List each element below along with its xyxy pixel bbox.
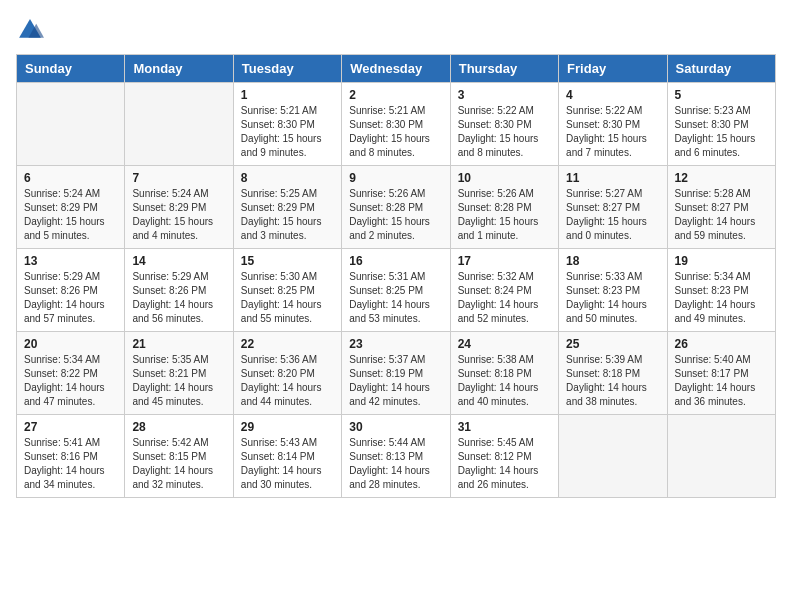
- day-number: 30: [349, 420, 442, 434]
- calendar-table: SundayMondayTuesdayWednesdayThursdayFrid…: [16, 54, 776, 498]
- calendar-cell: 28Sunrise: 5:42 AM Sunset: 8:15 PM Dayli…: [125, 415, 233, 498]
- day-number: 20: [24, 337, 117, 351]
- logo-icon: [16, 16, 44, 44]
- day-info: Sunrise: 5:38 AM Sunset: 8:18 PM Dayligh…: [458, 353, 551, 409]
- day-info: Sunrise: 5:30 AM Sunset: 8:25 PM Dayligh…: [241, 270, 334, 326]
- day-number: 18: [566, 254, 659, 268]
- calendar-cell: 13Sunrise: 5:29 AM Sunset: 8:26 PM Dayli…: [17, 249, 125, 332]
- day-info: Sunrise: 5:43 AM Sunset: 8:14 PM Dayligh…: [241, 436, 334, 492]
- day-info: Sunrise: 5:39 AM Sunset: 8:18 PM Dayligh…: [566, 353, 659, 409]
- day-number: 22: [241, 337, 334, 351]
- calendar-cell: 12Sunrise: 5:28 AM Sunset: 8:27 PM Dayli…: [667, 166, 775, 249]
- calendar-cell: 4Sunrise: 5:22 AM Sunset: 8:30 PM Daylig…: [559, 83, 667, 166]
- calendar-cell: 26Sunrise: 5:40 AM Sunset: 8:17 PM Dayli…: [667, 332, 775, 415]
- day-info: Sunrise: 5:23 AM Sunset: 8:30 PM Dayligh…: [675, 104, 768, 160]
- day-number: 21: [132, 337, 225, 351]
- day-number: 14: [132, 254, 225, 268]
- calendar-cell: 6Sunrise: 5:24 AM Sunset: 8:29 PM Daylig…: [17, 166, 125, 249]
- day-number: 3: [458, 88, 551, 102]
- weekday-header: Sunday: [17, 55, 125, 83]
- day-number: 25: [566, 337, 659, 351]
- calendar-cell: 14Sunrise: 5:29 AM Sunset: 8:26 PM Dayli…: [125, 249, 233, 332]
- calendar-cell: 22Sunrise: 5:36 AM Sunset: 8:20 PM Dayli…: [233, 332, 341, 415]
- day-info: Sunrise: 5:42 AM Sunset: 8:15 PM Dayligh…: [132, 436, 225, 492]
- calendar-cell: 2Sunrise: 5:21 AM Sunset: 8:30 PM Daylig…: [342, 83, 450, 166]
- day-info: Sunrise: 5:26 AM Sunset: 8:28 PM Dayligh…: [458, 187, 551, 243]
- calendar-cell: 5Sunrise: 5:23 AM Sunset: 8:30 PM Daylig…: [667, 83, 775, 166]
- day-number: 13: [24, 254, 117, 268]
- day-number: 19: [675, 254, 768, 268]
- weekday-header: Saturday: [667, 55, 775, 83]
- calendar-cell: 15Sunrise: 5:30 AM Sunset: 8:25 PM Dayli…: [233, 249, 341, 332]
- calendar-cell: 17Sunrise: 5:32 AM Sunset: 8:24 PM Dayli…: [450, 249, 558, 332]
- day-number: 15: [241, 254, 334, 268]
- calendar-cell: 30Sunrise: 5:44 AM Sunset: 8:13 PM Dayli…: [342, 415, 450, 498]
- calendar-cell: 16Sunrise: 5:31 AM Sunset: 8:25 PM Dayli…: [342, 249, 450, 332]
- day-info: Sunrise: 5:45 AM Sunset: 8:12 PM Dayligh…: [458, 436, 551, 492]
- day-info: Sunrise: 5:22 AM Sunset: 8:30 PM Dayligh…: [458, 104, 551, 160]
- day-info: Sunrise: 5:34 AM Sunset: 8:23 PM Dayligh…: [675, 270, 768, 326]
- day-number: 1: [241, 88, 334, 102]
- calendar-week-row: 13Sunrise: 5:29 AM Sunset: 8:26 PM Dayli…: [17, 249, 776, 332]
- day-info: Sunrise: 5:32 AM Sunset: 8:24 PM Dayligh…: [458, 270, 551, 326]
- day-info: Sunrise: 5:37 AM Sunset: 8:19 PM Dayligh…: [349, 353, 442, 409]
- calendar-cell: 10Sunrise: 5:26 AM Sunset: 8:28 PM Dayli…: [450, 166, 558, 249]
- calendar-cell: 3Sunrise: 5:22 AM Sunset: 8:30 PM Daylig…: [450, 83, 558, 166]
- day-info: Sunrise: 5:22 AM Sunset: 8:30 PM Dayligh…: [566, 104, 659, 160]
- calendar-cell: 24Sunrise: 5:38 AM Sunset: 8:18 PM Dayli…: [450, 332, 558, 415]
- day-info: Sunrise: 5:29 AM Sunset: 8:26 PM Dayligh…: [24, 270, 117, 326]
- day-number: 2: [349, 88, 442, 102]
- calendar-cell: 9Sunrise: 5:26 AM Sunset: 8:28 PM Daylig…: [342, 166, 450, 249]
- weekday-header: Monday: [125, 55, 233, 83]
- day-number: 8: [241, 171, 334, 185]
- calendar-cell: 8Sunrise: 5:25 AM Sunset: 8:29 PM Daylig…: [233, 166, 341, 249]
- day-number: 9: [349, 171, 442, 185]
- calendar-cell: [125, 83, 233, 166]
- day-number: 6: [24, 171, 117, 185]
- logo: [16, 16, 50, 44]
- day-number: 31: [458, 420, 551, 434]
- calendar-week-row: 1Sunrise: 5:21 AM Sunset: 8:30 PM Daylig…: [17, 83, 776, 166]
- calendar-cell: 18Sunrise: 5:33 AM Sunset: 8:23 PM Dayli…: [559, 249, 667, 332]
- day-info: Sunrise: 5:35 AM Sunset: 8:21 PM Dayligh…: [132, 353, 225, 409]
- day-info: Sunrise: 5:44 AM Sunset: 8:13 PM Dayligh…: [349, 436, 442, 492]
- calendar-cell: 25Sunrise: 5:39 AM Sunset: 8:18 PM Dayli…: [559, 332, 667, 415]
- day-number: 28: [132, 420, 225, 434]
- calendar-week-row: 6Sunrise: 5:24 AM Sunset: 8:29 PM Daylig…: [17, 166, 776, 249]
- day-number: 23: [349, 337, 442, 351]
- weekday-header: Friday: [559, 55, 667, 83]
- day-number: 29: [241, 420, 334, 434]
- calendar-cell: 11Sunrise: 5:27 AM Sunset: 8:27 PM Dayli…: [559, 166, 667, 249]
- calendar-cell: 27Sunrise: 5:41 AM Sunset: 8:16 PM Dayli…: [17, 415, 125, 498]
- page-header: [16, 16, 776, 44]
- calendar-cell: 19Sunrise: 5:34 AM Sunset: 8:23 PM Dayli…: [667, 249, 775, 332]
- day-info: Sunrise: 5:29 AM Sunset: 8:26 PM Dayligh…: [132, 270, 225, 326]
- weekday-header: Thursday: [450, 55, 558, 83]
- weekday-header: Wednesday: [342, 55, 450, 83]
- day-number: 26: [675, 337, 768, 351]
- day-number: 10: [458, 171, 551, 185]
- calendar-header-row: SundayMondayTuesdayWednesdayThursdayFrid…: [17, 55, 776, 83]
- calendar-cell: 1Sunrise: 5:21 AM Sunset: 8:30 PM Daylig…: [233, 83, 341, 166]
- calendar-cell: 7Sunrise: 5:24 AM Sunset: 8:29 PM Daylig…: [125, 166, 233, 249]
- day-info: Sunrise: 5:24 AM Sunset: 8:29 PM Dayligh…: [24, 187, 117, 243]
- day-info: Sunrise: 5:40 AM Sunset: 8:17 PM Dayligh…: [675, 353, 768, 409]
- day-info: Sunrise: 5:21 AM Sunset: 8:30 PM Dayligh…: [241, 104, 334, 160]
- day-number: 12: [675, 171, 768, 185]
- day-number: 7: [132, 171, 225, 185]
- weekday-header: Tuesday: [233, 55, 341, 83]
- day-info: Sunrise: 5:41 AM Sunset: 8:16 PM Dayligh…: [24, 436, 117, 492]
- calendar-cell: 23Sunrise: 5:37 AM Sunset: 8:19 PM Dayli…: [342, 332, 450, 415]
- day-number: 11: [566, 171, 659, 185]
- calendar-cell: [559, 415, 667, 498]
- day-info: Sunrise: 5:21 AM Sunset: 8:30 PM Dayligh…: [349, 104, 442, 160]
- day-number: 16: [349, 254, 442, 268]
- day-info: Sunrise: 5:28 AM Sunset: 8:27 PM Dayligh…: [675, 187, 768, 243]
- calendar-cell: [17, 83, 125, 166]
- calendar-cell: 31Sunrise: 5:45 AM Sunset: 8:12 PM Dayli…: [450, 415, 558, 498]
- calendar-week-row: 27Sunrise: 5:41 AM Sunset: 8:16 PM Dayli…: [17, 415, 776, 498]
- day-info: Sunrise: 5:25 AM Sunset: 8:29 PM Dayligh…: [241, 187, 334, 243]
- calendar-cell: [667, 415, 775, 498]
- day-info: Sunrise: 5:36 AM Sunset: 8:20 PM Dayligh…: [241, 353, 334, 409]
- day-info: Sunrise: 5:26 AM Sunset: 8:28 PM Dayligh…: [349, 187, 442, 243]
